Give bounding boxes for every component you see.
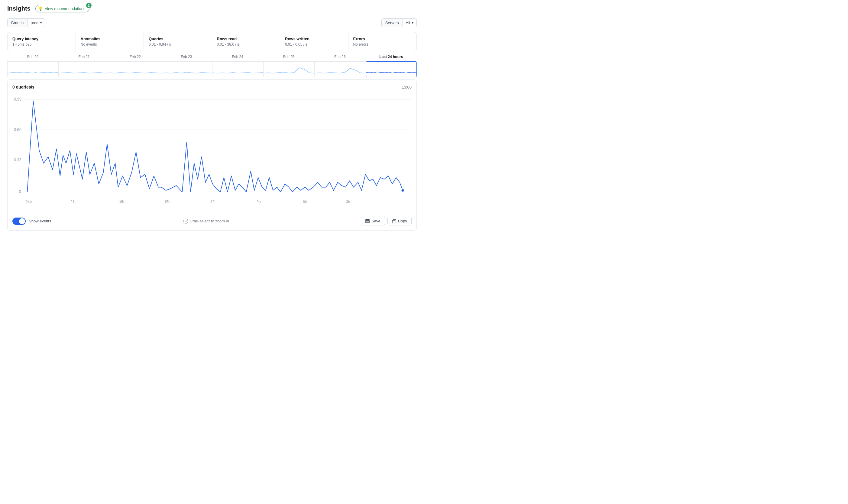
metric-query-latency[interactable]: Query latency 1 - 6ms p95 xyxy=(7,32,76,51)
timeline-date-0: Feb 20 xyxy=(7,53,58,60)
timeline-date-4: Feb 24 xyxy=(212,53,263,60)
metric-rows-read[interactable]: Rows read 0.01 - 38.6 / s xyxy=(212,32,281,51)
metric-errors[interactable]: Errors No errors xyxy=(348,32,417,51)
chart-header: 0 queries/s 13:00 xyxy=(12,85,412,89)
footer-actions: Save Copy xyxy=(361,217,412,226)
copy-button[interactable]: Copy xyxy=(387,217,412,226)
chart-section: 0 queries/s 13:00 0.99 0.66 0.33 0 24h 2… xyxy=(7,79,417,231)
timeline-dates: Feb 20 Feb 21 Feb 22 Feb 23 Feb 24 Feb 2… xyxy=(7,53,417,60)
chart-area[interactable]: 0.99 0.66 0.33 0 24h 21h 18h 15h 12h 9h … xyxy=(12,93,412,208)
servers-select[interactable]: All ▾ xyxy=(402,18,417,27)
recommendations-badge: 2 xyxy=(86,3,92,8)
metric-value-errors: No errors xyxy=(353,42,412,47)
metric-value-rows-read: 0.01 - 38.6 / s xyxy=(217,42,275,47)
metric-value-query-latency: 1 - 6ms p95 xyxy=(12,42,71,47)
metric-rows-written[interactable]: Rows written 0.01 - 0.05 / s xyxy=(280,32,348,51)
svg-text:15h: 15h xyxy=(164,200,170,204)
mini-chart-2[interactable] xyxy=(110,61,161,77)
show-events-control: Show events xyxy=(12,218,51,225)
servers-label: Servers xyxy=(381,18,402,27)
recommendations-button[interactable]: 💡 View recommendations 2 xyxy=(35,5,89,12)
save-icon xyxy=(365,219,369,223)
metrics-row: Query latency 1 - 6ms p95 Anomalies No e… xyxy=(7,32,417,51)
mini-chart-5[interactable] xyxy=(263,61,314,77)
chart-time: 13:00 xyxy=(402,85,412,89)
svg-text:0.99: 0.99 xyxy=(14,97,21,102)
mini-chart-last24h[interactable] xyxy=(366,61,417,77)
chevron-down-icon: ▾ xyxy=(40,21,42,24)
lightbulb-icon: 💡 xyxy=(38,6,43,11)
mini-chart-3[interactable] xyxy=(161,61,212,77)
metric-title-errors: Errors xyxy=(353,37,412,41)
branch-select[interactable]: prod ▾ xyxy=(27,18,45,27)
mini-chart-6[interactable] xyxy=(314,61,365,77)
timeline-charts xyxy=(7,61,417,77)
timeline-date-2: Feb 22 xyxy=(110,53,161,60)
timeline-date-3: Feb 23 xyxy=(161,53,212,60)
svg-text:18h: 18h xyxy=(118,200,124,204)
show-events-label: Show events xyxy=(29,219,51,223)
metric-title-rows-read: Rows read xyxy=(217,37,275,41)
save-label: Save xyxy=(372,219,380,223)
metric-title-query-latency: Query latency xyxy=(12,37,71,41)
svg-rect-22 xyxy=(366,219,369,220)
svg-text:12h: 12h xyxy=(211,200,217,204)
branch-value: prod xyxy=(31,20,38,25)
drag-hint-text: Drag-select to zoom in xyxy=(190,219,229,223)
metric-value-queries: 0.01 - 0.94 / s xyxy=(149,42,207,47)
recommendations-label: View recommendations xyxy=(45,6,86,11)
timeline-date-5: Feb 25 xyxy=(263,53,314,60)
page-title: Insights xyxy=(7,5,31,12)
svg-text:21h: 21h xyxy=(70,200,76,204)
mini-chart-4[interactable] xyxy=(212,61,263,77)
copy-label: Copy xyxy=(398,219,407,223)
filters-row: Branch prod ▾ Servers All ▾ xyxy=(7,18,417,27)
timeline-date-last: Last 24 hours xyxy=(366,53,417,60)
timeline-date-6: Feb 26 xyxy=(314,53,365,60)
svg-text:9h: 9h xyxy=(257,200,260,204)
timeline-date-1: Feb 21 xyxy=(58,53,109,60)
metric-queries[interactable]: Queries 0.01 - 0.94 / s xyxy=(144,32,212,51)
metric-title-rows-written: Rows written xyxy=(285,37,343,41)
svg-rect-25 xyxy=(392,220,395,223)
svg-point-16 xyxy=(401,189,404,192)
svg-text:0: 0 xyxy=(19,190,21,194)
metric-value-rows-written: 0.01 - 0.05 / s xyxy=(285,42,343,47)
copy-icon xyxy=(392,219,396,223)
metric-value-anomalies: No events xyxy=(81,42,139,47)
svg-text:0.66: 0.66 xyxy=(14,127,21,132)
chart-footer: Show events Drag-select to zoom in xyxy=(12,213,412,226)
svg-text:6h: 6h xyxy=(303,200,307,204)
metric-anomalies[interactable]: Anomalies No events xyxy=(76,32,144,51)
timeline-section: Feb 20 Feb 21 Feb 22 Feb 23 Feb 24 Feb 2… xyxy=(7,53,417,77)
toggle-knob xyxy=(19,218,25,224)
branch-label: Branch xyxy=(7,18,27,27)
mini-chart-1[interactable] xyxy=(58,61,109,77)
chevron-down-icon-servers: ▾ xyxy=(412,21,413,24)
branch-filter: Branch prod ▾ xyxy=(7,18,45,27)
save-button[interactable]: Save xyxy=(361,217,385,226)
svg-rect-23 xyxy=(366,221,369,223)
show-events-toggle[interactable] xyxy=(12,218,26,225)
chart-stat: 0 queries/s xyxy=(12,85,34,89)
mini-chart-0[interactable] xyxy=(7,61,58,77)
svg-text:24h: 24h xyxy=(26,200,32,204)
drag-select-icon xyxy=(183,219,188,223)
servers-filter: Servers All ▾ xyxy=(381,18,417,27)
servers-value: All xyxy=(406,20,410,25)
metric-title-anomalies: Anomalies xyxy=(81,37,139,41)
metric-title-queries: Queries xyxy=(149,37,207,41)
svg-text:0.33: 0.33 xyxy=(14,158,21,162)
svg-text:3h: 3h xyxy=(346,200,350,204)
drag-hint: Drag-select to zoom in xyxy=(183,219,229,223)
